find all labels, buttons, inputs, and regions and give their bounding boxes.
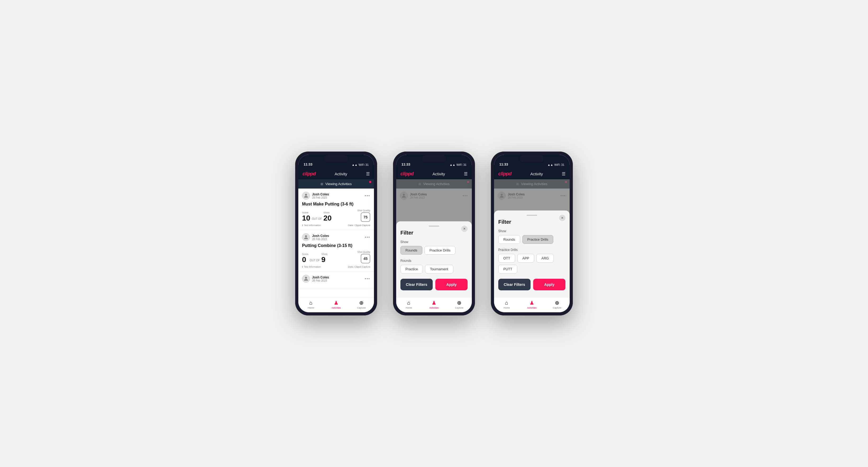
nav-home-3[interactable]: ⌂ Home xyxy=(494,300,519,309)
nav-capture-label-2: Capture xyxy=(455,307,463,309)
header-title-2: Activity xyxy=(432,172,445,176)
nav-home-label-2: Home xyxy=(406,307,412,309)
activity-title-1: Must Make Putting (3-6 ft) xyxy=(302,202,370,207)
show-label-2: Show xyxy=(400,240,468,244)
practice-option-pill-2[interactable]: Practice xyxy=(400,265,423,274)
shots-value-1: 20 xyxy=(323,214,332,222)
nav-activities-label-3: Activities xyxy=(527,307,537,309)
shots-value-2: 9 xyxy=(321,256,328,263)
avatar-1 xyxy=(302,192,310,200)
rounds-pill-2[interactable]: Rounds xyxy=(400,246,422,255)
apply-button-3[interactable]: Apply xyxy=(533,279,565,290)
hamburger-icon-1[interactable]: ☰ xyxy=(366,172,370,176)
close-button-3[interactable]: ✕ xyxy=(559,215,565,221)
dots-menu-1[interactable]: ••• xyxy=(365,193,370,198)
content-2: ⊞ Viewing Activities Josh Coles 28 Feb 2… xyxy=(396,179,472,297)
filter-actions-3: Clear Filters Apply xyxy=(498,279,565,293)
nav-activities-1[interactable]: ♟ Activities xyxy=(323,300,348,309)
user-name-1: Josh Coles xyxy=(312,192,329,196)
filter-title-2: Filter xyxy=(400,230,468,236)
home-icon-2: ⌂ xyxy=(407,300,410,306)
sq-label-2: Shot Quality xyxy=(357,251,370,253)
rounds-pills-2: Practice Tournament xyxy=(400,265,468,274)
bottom-nav-3: ⌂ Home ♟ Activities ⊕ Capture xyxy=(494,297,570,312)
phone-1: 11:33 ▲▲ WiFi 31 clippd Activity ☰ ⊞ Vie… xyxy=(295,152,377,315)
user-name-3: Josh Coles xyxy=(312,276,329,279)
nav-activities-3[interactable]: ♟ Activities xyxy=(519,300,544,309)
dynamic-island-2 xyxy=(422,155,446,162)
phones-container: 11:33 ▲▲ WiFi 31 clippd Activity ☰ ⊞ Vie… xyxy=(295,152,573,315)
ott-pill-3[interactable]: OTT xyxy=(498,254,515,262)
activity-card-3: Josh Coles 28 Feb 2023 ••• xyxy=(298,272,374,288)
test-info-2: ℹ Test Information xyxy=(302,266,321,268)
status-time-1: 11:33 xyxy=(304,162,312,166)
out-of-2: OUT OF xyxy=(310,259,320,262)
svg-point-1 xyxy=(305,235,307,237)
rounds-section-label-2: Rounds xyxy=(400,259,468,262)
user-info-3: Josh Coles 28 Feb 2023 xyxy=(302,275,329,283)
user-date-2: 28 Feb 2023 xyxy=(312,238,329,241)
activities-icon-1: ♟ xyxy=(334,300,339,306)
phone-3: 11:33 ▲▲ WiFi 31 clippd Activity ☰ ⊞ Vie… xyxy=(491,152,573,315)
show-pills-2: Rounds Practice Drills xyxy=(400,246,468,255)
nav-capture-1[interactable]: ⊕ Capture xyxy=(349,300,374,309)
nav-home-label-1: Home xyxy=(308,307,314,309)
battery-icon: 31 xyxy=(366,163,369,166)
capture-icon-1: ⊕ xyxy=(359,300,364,306)
practice-drills-pill-2[interactable]: Practice Drills xyxy=(425,246,456,255)
content-1: Josh Coles 28 Feb 2023 ••• Must Make Put… xyxy=(298,189,374,297)
dots-menu-3[interactable]: ••• xyxy=(365,277,370,281)
nav-home-1[interactable]: ⌂ Home xyxy=(298,300,323,309)
score-label-1: Score xyxy=(302,211,310,214)
practice-drills-pill-3[interactable]: Practice Drills xyxy=(522,235,553,244)
arg-pill-3[interactable]: ARG xyxy=(536,254,554,262)
user-date-3: 28 Feb 2023 xyxy=(312,279,329,282)
info-icon-1: ℹ xyxy=(302,224,303,227)
wifi-icon-3: WiFi xyxy=(554,163,560,166)
sheet-handle-3 xyxy=(527,215,537,216)
shots-label-2: Shots xyxy=(321,253,328,255)
content-3: ⊞ Viewing Activities Josh Coles 28 Feb 2… xyxy=(494,179,570,297)
apply-button-2[interactable]: Apply xyxy=(435,279,468,290)
shots-label-1: Shots xyxy=(323,211,332,214)
svg-point-2 xyxy=(305,277,307,279)
home-icon-1: ⌂ xyxy=(309,300,313,306)
avatar-2 xyxy=(302,233,310,241)
nav-capture-3[interactable]: ⊕ Capture xyxy=(545,300,570,309)
nav-capture-2[interactable]: ⊕ Capture xyxy=(447,300,472,309)
status-time-2: 11:33 xyxy=(401,162,410,166)
filter-overlay-3: ✕ Filter Show Rounds Practice Drills Pra… xyxy=(494,179,570,297)
banner-dot-1 xyxy=(369,181,371,183)
nav-capture-label-3: Capture xyxy=(553,307,561,309)
phone-2: 11:33 ▲▲ WiFi 31 clippd Activity ☰ ⊞ Vie… xyxy=(393,152,475,315)
status-icons-3: ▲▲ WiFi 31 xyxy=(548,163,564,166)
app-header-1: clippd Activity ☰ xyxy=(298,168,374,179)
score-value-1: 10 xyxy=(302,214,310,222)
filter-overlay-2: ✕ Filter Show Rounds Practice Drills Rou… xyxy=(396,179,472,297)
status-time-3: 11:33 xyxy=(499,162,508,166)
hamburger-icon-2[interactable]: ☰ xyxy=(464,172,468,176)
test-info-1: ℹ Test Information xyxy=(302,224,321,227)
bottom-nav-2: ⌂ Home ♟ Activities ⊕ Capture xyxy=(396,297,472,312)
home-icon-3: ⌂ xyxy=(505,300,508,306)
practice-section-label-3: Practice Drills xyxy=(498,248,565,252)
nav-activities-2[interactable]: ♟ Activities xyxy=(421,300,446,309)
app-header-3: clippd Activity ☰ xyxy=(494,168,570,179)
rounds-pill-3[interactable]: Rounds xyxy=(498,235,520,244)
logo-3: clippd xyxy=(498,171,512,177)
clear-filters-button-3[interactable]: Clear Filters xyxy=(498,279,530,290)
avatar-3 xyxy=(302,275,310,283)
nav-home-2[interactable]: ⌂ Home xyxy=(396,300,421,309)
clear-filters-button-2[interactable]: Clear Filters xyxy=(400,279,433,290)
app-pill-3[interactable]: APP xyxy=(517,254,534,262)
activity-card-2: Josh Coles 28 Feb 2023 ••• Putting Combi… xyxy=(298,230,374,272)
wifi-icon-2: WiFi xyxy=(457,163,462,166)
user-date-1: 28 Feb 2023 xyxy=(312,196,329,199)
hamburger-icon-3[interactable]: ☰ xyxy=(562,172,565,176)
viewing-banner-1[interactable]: ⊞ Viewing Activities xyxy=(298,179,374,189)
putt-pill-3[interactable]: PUTT xyxy=(498,265,517,274)
score-label-2: Score xyxy=(302,253,308,255)
tournament-option-pill-2[interactable]: Tournament xyxy=(425,265,453,274)
dots-menu-2[interactable]: ••• xyxy=(365,235,370,239)
close-button-2[interactable]: ✕ xyxy=(461,225,468,232)
